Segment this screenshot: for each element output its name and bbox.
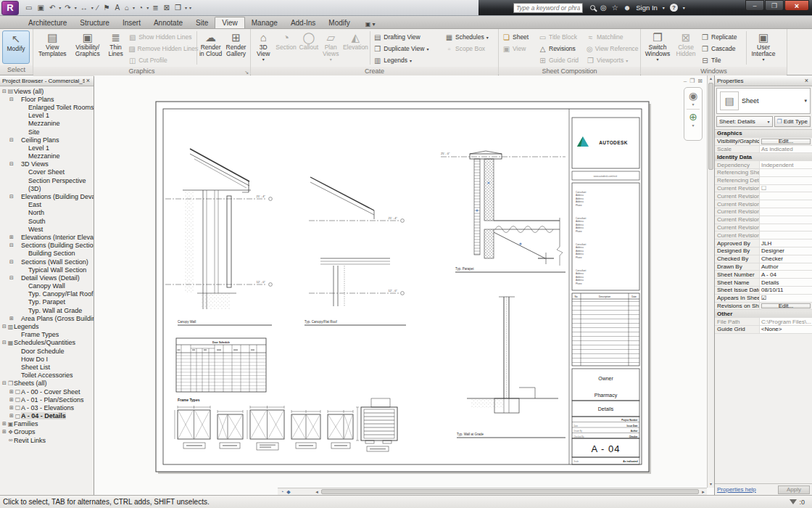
tree-item[interactable]: North <box>0 209 94 217</box>
tree-item[interactable]: Mezzanine <box>0 152 94 160</box>
tree-expand-icon[interactable]: ⊟ <box>1 324 7 329</box>
tab-insert[interactable]: Insert <box>116 17 147 28</box>
switch-windows-caret-icon[interactable]: ▾ <box>656 57 658 62</box>
tree-item[interactable]: Sheet List <box>0 363 94 371</box>
view-minimize-icon[interactable]: – <box>684 78 687 84</box>
scroll-left-icon[interactable]: ◂ <box>313 489 320 495</box>
tab-add-ins[interactable]: Add-Ins <box>284 17 322 28</box>
redo-icon[interactable]: ↷ <box>62 3 72 12</box>
property-value[interactable]: Author <box>760 263 812 271</box>
measure-dropdown[interactable]: ▾ <box>91 4 94 11</box>
property-value[interactable] <box>760 232 812 239</box>
zoom-icon[interactable]: ⊕ <box>689 112 697 123</box>
tree-expand-icon[interactable]: ⊞ <box>9 405 14 411</box>
tree-expand-icon[interactable]: ⊟ <box>1 340 7 345</box>
property-row[interactable]: Identity Data <box>715 153 812 161</box>
property-row[interactable]: Designed By Designer <box>715 247 812 255</box>
tree-item[interactable]: Frame Types <box>0 331 94 339</box>
tree-expand-icon[interactable]: ⊞ <box>1 421 7 427</box>
horizontal-scrollbar[interactable]: ◂ ▸ <box>313 488 707 495</box>
tree-expand-icon[interactable]: ⊞ <box>9 316 14 321</box>
tree-item[interactable]: ⊟ Sections (Wall Section) <box>0 258 94 266</box>
filter-icon[interactable] <box>790 499 797 504</box>
tree-item[interactable]: Building Section <box>0 250 94 258</box>
property-value[interactable] <box>760 192 812 200</box>
tree-expand-icon[interactable]: ⊟ <box>9 97 14 102</box>
tree-expand-icon[interactable]: ⊟ <box>1 89 7 94</box>
undo-dropdown[interactable]: ▾ <box>58 4 62 11</box>
tag-icon[interactable]: ⚑ <box>101 3 112 12</box>
undo-icon[interactable]: ↶ <box>47 3 57 12</box>
render-in-cloud-button[interactable]: ☁ Render in Cloud <box>198 30 223 66</box>
property-value[interactable]: Checker <box>760 255 812 263</box>
open-icon[interactable]: ▭ <box>23 3 34 12</box>
legends-button[interactable]: ▥ Legends ▾ <box>371 54 443 66</box>
tab-structure[interactable]: Structure <box>73 17 116 28</box>
tree-expand-icon[interactable]: ⊟ <box>9 137 14 143</box>
ribbon-display-toggle[interactable]: ▣ ▾ <box>362 20 378 28</box>
3d-view-dropdown[interactable]: ▾ <box>132 4 136 11</box>
tree-item[interactable]: Level 1 <box>0 144 94 152</box>
view-scale-icon[interactable]: ◔ <box>281 489 283 494</box>
switch-windows-dropdown[interactable]: ▾ <box>184 4 188 11</box>
tab-architecture[interactable]: Architecture <box>22 17 73 28</box>
favorites-star-icon[interactable]: ☆ <box>612 4 618 12</box>
revit-logo-button[interactable]: R <box>1 1 19 15</box>
3d-view-caret-icon[interactable]: ▾ <box>262 57 265 62</box>
tile-button[interactable]: ⊟ Tile <box>699 54 745 66</box>
tree-item[interactable]: Cover Sheet <box>0 168 94 176</box>
tree-expand-icon[interactable]: ⊞ <box>9 413 14 419</box>
tree-item[interactable]: ⊟ ▦ Schedules/Quantities <box>0 339 94 347</box>
property-row[interactable]: Sheet Number A - 04 <box>715 271 812 279</box>
revisions-button[interactable]: △ Revisions <box>536 43 584 54</box>
property-value[interactable] <box>760 216 812 224</box>
tree-item[interactable]: ⊞ ▢ A - 00 - Cover Sheet <box>0 388 94 396</box>
property-row[interactable]: Sheet Issue Date 08/10/11 <box>715 287 812 295</box>
property-value[interactable] <box>760 169 812 176</box>
user-interface-caret-icon[interactable]: ▾ <box>762 57 764 62</box>
property-row[interactable]: Appears In Sheet... ☑ <box>715 295 812 303</box>
thin-lines-icon[interactable]: ≣ <box>150 3 160 12</box>
tab-manage[interactable]: Manage <box>245 17 284 28</box>
tree-item[interactable]: ⊟ Ceiling Plans <box>0 136 94 144</box>
tree-expand-icon[interactable]: ⊟ <box>1 380 7 386</box>
minimize-button[interactable]: – <box>745 0 764 11</box>
help-icon[interactable]: ? <box>670 4 678 12</box>
section-dropdown[interactable]: ▾ <box>146 4 149 11</box>
tree-item[interactable]: ⊟ ❐ Sheets (all) <box>0 380 94 388</box>
tree-expand-icon[interactable]: ⊟ <box>9 161 14 167</box>
tree-item[interactable]: ⊟ ▤ Views (all) <box>0 87 94 95</box>
switch-windows-button[interactable]: ❐ Switch Windows ▾ <box>642 30 673 66</box>
property-row[interactable]: Referencing Sheet <box>715 169 812 177</box>
property-row[interactable]: Visibility/Graphic... Edit... <box>715 138 812 146</box>
property-value[interactable]: Edit... <box>761 139 811 144</box>
restore-button[interactable]: ❐ <box>765 0 784 11</box>
duplicate-view-button[interactable]: ❐ Duplicate View ▾ <box>371 43 443 54</box>
tree-item[interactable]: Section Perspective <box>0 176 94 184</box>
measure-icon[interactable]: ↔ <box>78 3 90 12</box>
vertical-scrollbar[interactable]: ▴ ▾ <box>707 75 714 488</box>
detail-level-icon[interactable]: ◆ <box>286 489 290 495</box>
property-row[interactable]: File Path C:\Program Files\... <box>715 318 812 326</box>
tree-item[interactable]: Typ. Parapet <box>0 298 94 306</box>
customize-qat-dropdown[interactable]: ▾ <box>188 4 192 11</box>
property-row[interactable]: Current Revision ... <box>715 208 812 216</box>
property-row[interactable]: Approved By JLH <box>715 239 812 247</box>
section-icon[interactable]: ◔ <box>136 3 145 12</box>
close-inactive-windows-icon[interactable]: ⊠ <box>162 3 172 12</box>
communication-center-icon[interactable]: ◎ <box>600 4 607 12</box>
tree-item[interactable]: Typical Wall Section <box>0 266 94 274</box>
tree-item[interactable]: ⊞ Elevations (Interior Elevation) <box>0 233 94 241</box>
tab-site[interactable]: Site <box>189 17 215 28</box>
tree-item[interactable]: ⊟ Floor Plans <box>0 95 94 103</box>
type-selector[interactable]: ▤ Sheet ▾ <box>716 88 811 114</box>
property-value[interactable]: A - 04 <box>760 271 812 278</box>
properties-help-link[interactable]: Properties help <box>717 486 756 493</box>
tree-item[interactable]: (3D) <box>0 184 94 192</box>
scroll-down-icon[interactable]: ▾ <box>708 481 714 488</box>
schedules-caret-icon[interactable]: ▾ <box>486 35 489 40</box>
sign-in-button[interactable]: Sign In <box>636 4 658 12</box>
cascade-button[interactable]: ❐ Cascade <box>699 43 745 54</box>
tree-item[interactable]: Mezzanine <box>0 120 94 128</box>
legends-caret-icon[interactable]: ▾ <box>410 58 412 63</box>
